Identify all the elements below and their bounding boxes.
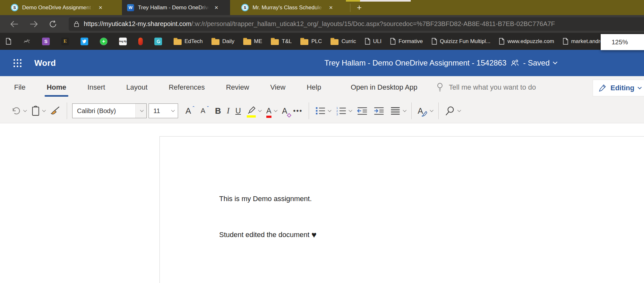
- clear-formatting-button[interactable]: A: [279, 102, 290, 120]
- bookmark-item[interactable]: [138, 38, 146, 45]
- more-font-options-button[interactable]: •••: [290, 102, 305, 120]
- font-size-combobox[interactable]: 11: [149, 103, 178, 118]
- search-icon: [445, 106, 455, 116]
- tab-file[interactable]: File: [13, 81, 26, 93]
- green-plus-logo-icon: +: [100, 38, 107, 45]
- bookmark-folder-tl[interactable]: T&L: [271, 38, 292, 45]
- document-canvas[interactable]: This is my Demo assignment. Student edit…: [0, 123, 644, 283]
- bookmark-item-formative[interactable]: Formative: [390, 38, 423, 45]
- tell-me-box[interactable]: Tell me what you want to do: [436, 82, 536, 93]
- close-tab-icon[interactable]: ✕: [97, 4, 104, 11]
- grow-font-icon: A: [185, 106, 191, 116]
- tab-references[interactable]: References: [168, 81, 206, 93]
- people-icon[interactable]: [510, 59, 519, 67]
- app-launcher-waffle-icon[interactable]: [11, 57, 24, 70]
- bookmark-item[interactable]: [6, 38, 14, 45]
- font-size-dropdown[interactable]: [167, 104, 178, 118]
- tab-view[interactable]: View: [270, 81, 286, 93]
- undo-button[interactable]: [8, 102, 29, 120]
- zoom-level-popup: 125%: [601, 34, 644, 50]
- font-name-combobox[interactable]: Calibri (Body): [72, 103, 147, 118]
- zoom-level-value: 125%: [612, 39, 628, 46]
- bullet-list-icon: [315, 106, 325, 116]
- heart-glyph: ♥: [311, 230, 316, 240]
- toolbar-divider: [438, 102, 439, 119]
- tab-trey-hallam-active[interactable]: W Trey Hallam - Demo OneDrive As ✕: [122, 0, 230, 15]
- page-icon: [563, 38, 568, 45]
- forward-button[interactable]: [26, 18, 41, 31]
- format-painter-button[interactable]: [47, 102, 64, 120]
- tab-review[interactable]: Review: [225, 81, 250, 93]
- teal-logo-icon: [154, 38, 162, 45]
- toolbar-divider: [411, 102, 412, 119]
- close-tab-icon[interactable]: ✕: [328, 4, 334, 11]
- bookmark-item-edpuzzle[interactable]: www.edpuzzle.com: [499, 38, 554, 45]
- bookmark-folder-daily[interactable]: Daily: [211, 38, 235, 45]
- caret-down: ˇ: [207, 105, 209, 111]
- grow-font-button[interactable]: Aˆ: [183, 102, 198, 120]
- underline-button[interactable]: U: [232, 102, 244, 120]
- bookmark-folder-me[interactable]: ME: [243, 38, 262, 45]
- page-icon: [390, 38, 396, 45]
- new-tab-button[interactable]: +: [354, 3, 365, 13]
- pencil-icon: [599, 84, 606, 92]
- increase-indent-button[interactable]: [371, 102, 387, 120]
- page-icon: [6, 38, 11, 45]
- font-color-button[interactable]: A: [263, 102, 279, 120]
- bookmark-item-uli[interactable]: ULI: [365, 38, 382, 45]
- bookmark-item[interactable]: E: [61, 38, 72, 45]
- refresh-button[interactable]: [46, 18, 60, 31]
- numbering-button[interactable]: 1 2 3: [333, 102, 354, 120]
- chevron-down-icon[interactable]: [553, 60, 557, 64]
- decrease-indent-button[interactable]: [354, 102, 371, 120]
- bookmark-label: ULI: [373, 38, 382, 45]
- italic-icon: I: [227, 106, 230, 116]
- tab-class-schedule[interactable]: S Mr. Murray's Class Schedule | Sch ✕: [236, 0, 348, 15]
- chevron-down-icon: [42, 108, 46, 112]
- bookmark-item[interactable]: S: [42, 38, 53, 45]
- editing-mode-button[interactable]: Editing: [593, 80, 644, 96]
- bookmark-item[interactable]: +: [100, 38, 110, 45]
- bookmark-item[interactable]: lmg tfy: [119, 38, 130, 45]
- bookmark-folder-edtech[interactable]: EdTech: [174, 38, 203, 45]
- increase-indent-icon: [374, 106, 384, 116]
- highlighter-icon: [247, 106, 256, 116]
- align-icon: [390, 106, 400, 116]
- font-name-dropdown[interactable]: [135, 104, 146, 118]
- clear-formatting-icon: A: [282, 106, 288, 116]
- italic-button[interactable]: I: [224, 102, 233, 120]
- bold-button[interactable]: B: [212, 102, 224, 120]
- bookmark-item[interactable]: [154, 38, 165, 45]
- alignment-button[interactable]: [387, 102, 408, 120]
- shrink-font-button[interactable]: Aˇ: [198, 102, 212, 120]
- back-button[interactable]: [7, 18, 22, 31]
- forward-arrow-icon: [29, 20, 39, 28]
- url-field[interactable]: https://myuticak12-my.sharepoint.com/:w:…: [69, 17, 644, 31]
- document-text-line-1: This is my Demo assignment.: [219, 195, 312, 203]
- bookmark-item[interactable]: [23, 38, 33, 45]
- tab-layout[interactable]: Layout: [126, 81, 148, 93]
- word-favicon-icon: W: [127, 4, 134, 11]
- tab-help[interactable]: Help: [306, 81, 322, 93]
- bookmark-folder-curric[interactable]: Curric: [331, 38, 356, 45]
- close-tab-icon[interactable]: ✕: [213, 4, 220, 11]
- bookmark-folder-plc[interactable]: PLC: [300, 38, 322, 45]
- font-size-value: 11: [149, 107, 167, 115]
- tab-insert[interactable]: Insert: [87, 81, 106, 93]
- page-icon: [499, 38, 504, 45]
- document-title[interactable]: Trey Hallam - Demo OneDrive Assignment -…: [324, 58, 506, 67]
- tab-home[interactable]: Home: [46, 81, 67, 93]
- bullets-button[interactable]: [312, 102, 333, 120]
- schoology-favicon-icon: S: [241, 4, 249, 11]
- styles-button[interactable]: A: [415, 102, 435, 120]
- paste-button[interactable]: [29, 102, 47, 120]
- open-in-desktop-app-button[interactable]: Open in Desktop App: [351, 83, 417, 92]
- saved-status[interactable]: - Saved: [523, 58, 550, 67]
- word-app-header: Word Trey Hallam - Demo OneDrive Assignm…: [0, 50, 644, 76]
- highlight-color-button[interactable]: [244, 102, 263, 120]
- bookmark-item-quizizz[interactable]: Quizizz Fun Multipl...: [432, 38, 491, 45]
- find-button[interactable]: [442, 102, 463, 120]
- bookmark-item[interactable]: [81, 38, 91, 45]
- undo-icon: [11, 106, 21, 115]
- tab-demo-onedrive-assignment[interactable]: S Demo OneDrive Assignment | Sch ✕: [6, 0, 116, 15]
